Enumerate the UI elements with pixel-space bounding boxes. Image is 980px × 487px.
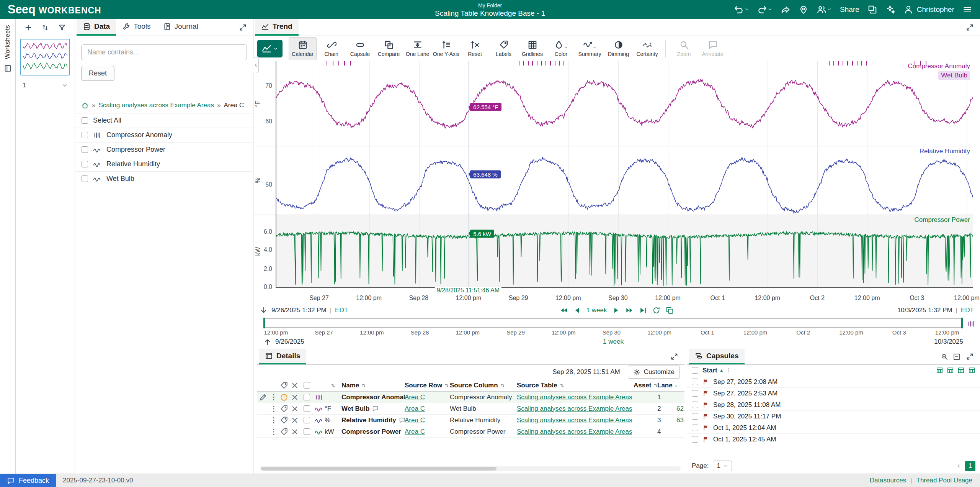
tab-capsules[interactable]: Capsules — [689, 349, 745, 364]
toolbar-certainty-button[interactable]: Certainty — [633, 37, 661, 60]
user-menu[interactable]: Christopher — [903, 5, 954, 15]
set-investigate-start-icon[interactable] — [263, 338, 272, 346]
expand-capsules-button[interactable] — [966, 353, 974, 361]
row-checkbox[interactable] — [304, 405, 310, 412]
add-column-icon[interactable] — [936, 367, 943, 374]
series-label-relative-humidity[interactable]: Relative Humidity — [920, 148, 970, 155]
customize-button[interactable]: Customize — [628, 366, 680, 379]
item-checkbox[interactable] — [82, 161, 88, 167]
column-lane[interactable]: Lane▲ — [657, 382, 676, 389]
capsule-row[interactable]: Oct 1, 2025 12:45 AM — [687, 434, 980, 445]
collapse-data-panel-button[interactable] — [253, 57, 259, 73]
collaborators-button[interactable] — [817, 5, 832, 15]
source-table-link[interactable]: Scaling analyses across Example Areas — [517, 405, 634, 413]
remove-icon[interactable] — [291, 393, 299, 402]
tag-icon[interactable] — [280, 381, 288, 390]
view-selector-button[interactable] — [257, 40, 283, 57]
step-back-button[interactable] — [573, 306, 581, 315]
item-checkbox[interactable] — [82, 132, 88, 138]
undo-button[interactable] — [734, 5, 749, 15]
sort-icon[interactable] — [361, 383, 366, 388]
capsule-checkbox[interactable] — [692, 413, 698, 420]
row-menu-icon[interactable] — [270, 393, 278, 402]
tab-tools[interactable]: Tools — [116, 19, 157, 36]
overview-right-handle[interactable] — [961, 318, 963, 328]
toolbar-summary-button[interactable]: Summary — [576, 37, 604, 60]
sort-icon[interactable] — [330, 383, 336, 388]
location-button[interactable] — [799, 5, 808, 15]
toolbar-labels-button[interactable]: Labels — [490, 37, 518, 60]
source-table-link[interactable]: Scaling analyses across Example Areas — [517, 394, 634, 401]
column-source-table[interactable]: Source Table — [517, 382, 634, 389]
sort-icon[interactable] — [444, 383, 449, 388]
step-forward-button[interactable] — [612, 306, 620, 315]
row-menu-icon[interactable] — [270, 416, 278, 425]
remove-icon[interactable] — [291, 416, 299, 425]
start-column-label[interactable]: Start — [702, 367, 717, 374]
capsule-checkbox[interactable] — [692, 379, 698, 385]
column-asset[interactable]: Asset — [634, 382, 657, 389]
my-folder-link[interactable]: My Folder — [478, 2, 502, 8]
row-checkbox[interactable] — [304, 428, 310, 435]
share-button[interactable]: Share — [840, 5, 859, 14]
sort-icon[interactable] — [559, 383, 565, 388]
current-page-badge[interactable]: 1 — [965, 461, 975, 471]
tab-journal[interactable]: Journal — [157, 19, 204, 36]
item-checkbox[interactable] — [82, 146, 88, 153]
datasources-link[interactable]: Datasources — [870, 477, 906, 484]
source-row-link[interactable]: Area C — [405, 394, 450, 401]
toolbar-color-button[interactable]: Color — [547, 37, 575, 60]
tab-details[interactable]: Details — [259, 349, 306, 364]
select-all-details-checkbox[interactable] — [304, 382, 310, 389]
page-select[interactable]: 1 — [713, 461, 732, 471]
capsule-checkbox[interactable] — [692, 402, 698, 408]
source-row-link[interactable]: Area C — [405, 428, 450, 436]
home-icon[interactable] — [81, 102, 89, 109]
duplicate-range-button[interactable] — [665, 306, 674, 315]
remove-icon[interactable] — [291, 428, 299, 436]
overview-end-date[interactable]: 10/3/2025 — [934, 338, 963, 346]
lane-plot[interactable]: Compressor Power5.6 kW — [276, 215, 973, 288]
toolbar-dimming-button[interactable]: Dimming — [604, 37, 632, 60]
worksheet-thumbnail[interactable] — [20, 39, 70, 75]
send-button[interactable] — [781, 5, 791, 15]
lane-plot[interactable]: Relative Humidity63.648 % — [276, 146, 973, 215]
add-stat-column-icon[interactable] — [947, 367, 954, 374]
capsule-row[interactable]: Sep 27, 2025 2:08 AM — [687, 376, 980, 388]
item-checkbox[interactable] — [82, 175, 88, 182]
lane-plot[interactable]: Compressor AnomalyWet Bulb62.554 °F — [276, 61, 973, 146]
capsule-checkbox[interactable] — [692, 425, 698, 431]
go-to-now-button[interactable] — [639, 306, 647, 315]
data-item-compressor-power[interactable]: Compressor Power — [75, 143, 253, 157]
source-table-link[interactable]: Scaling analyses across Example Areas — [517, 416, 634, 424]
data-item-relative-humidity[interactable]: Relative Humidity — [75, 157, 253, 172]
overview-duration[interactable]: 1 week — [603, 338, 624, 346]
remove-capsule-column-button[interactable] — [953, 353, 960, 361]
data-item-compressor-anomaly[interactable]: Compressor Anomaly — [75, 128, 253, 143]
zoom-to-capsule-button[interactable] — [941, 353, 948, 361]
select-all-row[interactable]: Select All — [75, 113, 253, 128]
add-property-column-icon[interactable] — [957, 367, 965, 374]
reset-search-button[interactable]: Reset — [81, 66, 114, 81]
toolbar-calendar-button[interactable]: Calendar — [289, 37, 317, 60]
expand-data-panel-button[interactable] — [234, 19, 252, 36]
source-table-link[interactable]: Scaling analyses across Example Areas — [517, 428, 634, 436]
annotation-icon[interactable] — [399, 417, 405, 423]
data-item-wet-bulb[interactable]: Wet Bulb — [75, 172, 253, 186]
ai-assistant-button[interactable] — [885, 5, 895, 15]
row-menu-icon[interactable] — [270, 405, 278, 413]
range-start-timezone[interactable]: EDT — [335, 307, 348, 314]
capsule-row[interactable]: Sep 30, 2025 11:17 PM — [687, 411, 980, 422]
remove-all-icon[interactable] — [291, 381, 299, 390]
tag-icon[interactable] — [280, 416, 288, 425]
toolbar-compare-button[interactable]: Compare — [375, 37, 403, 60]
range-duration[interactable]: 1 week — [586, 307, 607, 314]
overview-start-date[interactable]: 9/26/2025 — [275, 338, 304, 346]
details-row-wet-bulb[interactable]: °FWet BulbArea CWet BulbScaling analyses… — [257, 403, 684, 415]
thread-pool-usage-link[interactable]: Thread Pool Usage — [916, 477, 972, 484]
details-row-compressor-power[interactable]: kWCompressor PowerArea CCompressor Power… — [257, 426, 684, 438]
seeq-logo[interactable]: Seeq WORKBENCH — [8, 3, 101, 16]
sort-icon[interactable] — [653, 383, 657, 388]
remove-icon[interactable] — [291, 405, 299, 413]
hamburger-menu-button[interactable] — [962, 5, 972, 15]
